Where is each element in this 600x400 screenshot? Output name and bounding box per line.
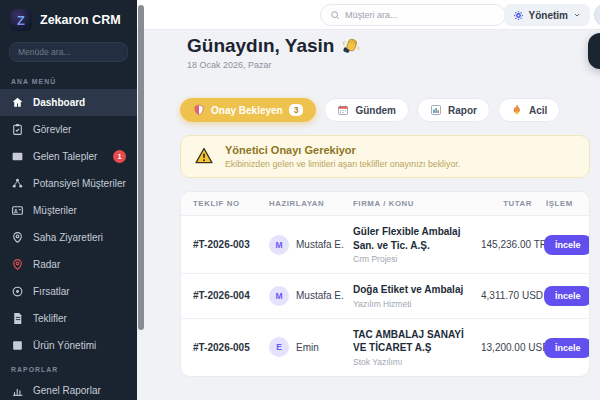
column-header: FIRMA / KONU bbox=[353, 199, 481, 208]
sidebar-item-saha-ziyaretleri[interactable]: Saha Ziyaretleri bbox=[0, 224, 137, 251]
table-row: #T-2026-005EEminTAC AMBALAJ SANAYİ VE Tİ… bbox=[181, 318, 589, 376]
sidebar-item-label: Görevler bbox=[33, 124, 71, 135]
sidebar-item-label: Genel Raporlar bbox=[33, 385, 101, 396]
tab-label: Rapor bbox=[448, 105, 477, 116]
radar-pin-icon bbox=[11, 258, 24, 271]
preparer-cell: MMustafa E. bbox=[269, 235, 353, 255]
search-icon bbox=[330, 10, 340, 20]
preparer-name: Mustafa E. bbox=[296, 290, 344, 301]
preparer-name: Emin bbox=[296, 342, 319, 353]
sidebar-item-label: Ürün Yönetimi bbox=[33, 340, 96, 351]
page-content: Günaydın, Yasin 18 Ocak 2026, Pazar + On… bbox=[137, 30, 600, 377]
column-header: İŞLEM bbox=[532, 199, 577, 208]
tab-acil[interactable]: Acil bbox=[498, 98, 560, 122]
amount: 4,311.70 USD bbox=[481, 290, 532, 301]
sidebar-search-input[interactable] bbox=[9, 42, 128, 62]
warning-icon bbox=[194, 146, 214, 166]
amount: 13,200.00 USD bbox=[481, 342, 532, 353]
tasks-icon bbox=[11, 123, 24, 136]
offer-number: #T-2026-003 bbox=[193, 239, 269, 250]
shield-icon bbox=[193, 104, 205, 116]
offer-topic: Yazılım Hizmeti bbox=[353, 299, 471, 309]
sidebar: Z Zekaron CRM ANA MENÜDashboardGörevlerG… bbox=[0, 0, 137, 400]
waving-hand-icon bbox=[342, 37, 360, 55]
company-cell: Doğa Etiket ve AmbalajYazılım Hizmeti bbox=[353, 283, 481, 309]
admin-menu-button[interactable]: Yönetim bbox=[504, 4, 590, 26]
sidebar-item-potansiyel-musteriler[interactable]: Potansiyel Müşteriler bbox=[0, 170, 137, 197]
company-name: TAC AMBALAJ SANAYİ VE TİCARET A.Ş bbox=[353, 328, 471, 355]
customer-search-input[interactable] bbox=[345, 10, 496, 20]
company-cell: TAC AMBALAJ SANAYİ VE TİCARET A.ŞStok Ya… bbox=[353, 328, 481, 367]
sidebar-item-radar[interactable]: Radar bbox=[0, 251, 137, 278]
sidebar-item-urun-yonetimi[interactable]: Ürün Yönetimi bbox=[0, 332, 137, 359]
sidebar-item-label: Radar bbox=[33, 259, 60, 270]
sidebar-item-label: Müşteriler bbox=[33, 205, 77, 216]
sidebar-search bbox=[9, 41, 128, 62]
target-icon bbox=[11, 285, 24, 298]
preparer-cell: MMustafa E. bbox=[269, 286, 353, 306]
brand: Z Zekaron CRM bbox=[0, 0, 137, 37]
review-button[interactable]: İncele bbox=[544, 235, 590, 255]
sidebar-section-label: ANA MENÜ bbox=[0, 71, 137, 89]
chevron-down-icon bbox=[573, 11, 581, 19]
sidebar-section-label: RAPORLAR bbox=[0, 359, 137, 377]
fire-icon bbox=[511, 104, 523, 116]
topbar: Yönetim bbox=[137, 0, 600, 30]
action-cell: İncele bbox=[532, 337, 590, 358]
inbox-icon bbox=[11, 150, 24, 163]
sidebar-item-teklifler[interactable]: Teklifler bbox=[0, 305, 137, 332]
add-button[interactable]: + bbox=[588, 33, 600, 69]
company-name: Doğa Etiket ve Ambalaj bbox=[353, 283, 471, 297]
admin-menu-label: Yönetim bbox=[529, 10, 568, 21]
company-name: Güler Flexible Ambalaj San. ve Tic. A.Ş. bbox=[353, 225, 471, 252]
sidebar-item-gelen-talepler[interactable]: Gelen Talepler1 bbox=[0, 143, 137, 170]
column-header: TUTAR bbox=[481, 199, 532, 208]
tab-label: Onay Bekleyen bbox=[211, 105, 283, 116]
sidebar-item-genel-raporlar[interactable]: Genel Raporlar bbox=[0, 377, 137, 400]
customer-search bbox=[320, 4, 506, 26]
sidebar-item-label: Teklifler bbox=[33, 313, 67, 324]
tab-bar: Onay Bekleyen3GündemRaporAcil bbox=[180, 98, 590, 122]
approval-alert: Yönetici Onayı Gerekiyor Ekibinizden gel… bbox=[180, 135, 590, 178]
sidebar-item-label: Fırsatlar bbox=[33, 286, 70, 297]
review-button[interactable]: İncele bbox=[544, 338, 590, 358]
tab-gundem[interactable]: Gündem bbox=[324, 98, 409, 122]
sidebar-item-dashboard[interactable]: Dashboard bbox=[0, 89, 137, 116]
brand-logo-icon: Z bbox=[10, 9, 32, 31]
calendar-icon bbox=[337, 104, 349, 116]
offer-topic: Crm Projesi bbox=[353, 254, 471, 264]
offers-table-card: TEKLIF NOHAZIRLAYANFIRMA / KONUTUTARİŞLE… bbox=[180, 191, 590, 377]
sidebar-item-label: Potansiyel Müşteriler bbox=[33, 178, 126, 189]
column-header: TEKLIF NO bbox=[193, 199, 269, 208]
current-date: 18 Ocak 2026, Pazar bbox=[187, 60, 590, 70]
review-button[interactable]: İncele bbox=[544, 286, 590, 306]
greeting-block: Günaydın, Yasin 18 Ocak 2026, Pazar bbox=[187, 35, 590, 70]
leads-icon bbox=[11, 177, 24, 190]
tab-label: Gündem bbox=[355, 105, 396, 116]
box-icon bbox=[11, 339, 24, 352]
tab-rapor[interactable]: Rapor bbox=[417, 98, 490, 122]
sidebar-nav: ANA MENÜDashboardGörevlerGelen Talepler1… bbox=[0, 71, 137, 400]
table-row: #T-2026-003MMustafa E.Güler Flexible Amb… bbox=[181, 216, 589, 273]
sidebar-item-label: Saha Ziyaretleri bbox=[33, 232, 103, 243]
main-area: Yönetim Günaydın, Yasin 18 Ocak 2026, Pa… bbox=[137, 0, 600, 400]
preparer-cell: EEmin bbox=[269, 337, 353, 357]
avatar: E bbox=[269, 337, 289, 357]
avatar: M bbox=[269, 235, 289, 255]
page-title: Günaydın, Yasin bbox=[187, 35, 590, 57]
sidebar-item-musteriler[interactable]: Müşteriler bbox=[0, 197, 137, 224]
offer-topic: Stok Yazılımı bbox=[353, 357, 471, 367]
notification-badge: 1 bbox=[113, 150, 126, 163]
tab-onay-bekleyen[interactable]: Onay Bekleyen3 bbox=[180, 98, 316, 122]
user-avatar[interactable] bbox=[594, 3, 600, 27]
sidebar-item-gorevler[interactable]: Görevler bbox=[0, 116, 137, 143]
sidebar-scrollbar-thumb[interactable] bbox=[138, 5, 144, 330]
sidebar-item-firsatlar[interactable]: Fırsatlar bbox=[0, 278, 137, 305]
brand-logo-letter: Z bbox=[17, 13, 25, 28]
offer-number: #T-2026-004 bbox=[193, 290, 269, 301]
customers-icon bbox=[11, 204, 24, 217]
amount: 145,236.00 TRY bbox=[481, 239, 532, 250]
tab-label: Acil bbox=[529, 105, 547, 116]
bar-chart-icon bbox=[11, 384, 24, 397]
company-cell: Güler Flexible Ambalaj San. ve Tic. A.Ş.… bbox=[353, 225, 481, 264]
